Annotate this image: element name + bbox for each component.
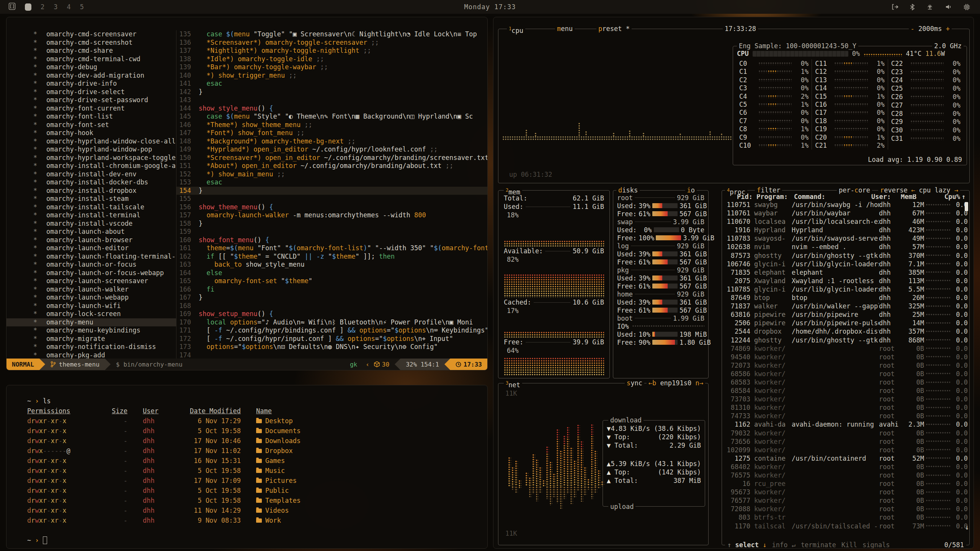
file-item[interactable]: *omarchy-launch-walker xyxy=(7,285,176,294)
process-row[interactable]: 76575kworker/root0B0.0 xyxy=(722,471,969,479)
per-core-button[interactable]: per-core xyxy=(837,186,872,194)
file-item[interactable]: *omarchy-font-list xyxy=(7,112,176,121)
update-interval[interactable]: - 2000ms + xyxy=(909,24,952,33)
process-row[interactable]: 68586kworker/root0B0.0 xyxy=(722,370,969,378)
code-line[interactable]: 158} xyxy=(176,220,487,228)
process-row[interactable]: 102099kworker/root0B0.0 xyxy=(722,446,969,454)
disks-panel-title[interactable]: disks xyxy=(616,186,640,194)
code-line[interactable]: 149 *Hyprland*) open_in_editor ~/.config… xyxy=(176,145,487,154)
file-item[interactable]: *omarchy-launch-or-focus-webapp xyxy=(7,269,176,277)
process-row[interactable]: 87573ghostty/usr/bin/ghostty --gtk-dhh37… xyxy=(722,251,969,260)
process-row[interactable]: 2506pipewire/usr/bin/pipewire-pulsedhh14… xyxy=(722,319,969,327)
process-row[interactable]: 68402kworker/root0B0.0 xyxy=(722,463,969,471)
file-item[interactable]: *omarchy-launch-about xyxy=(7,228,176,236)
process-row[interactable]: 110670localsea/usr/lib/localsearch-exdhh… xyxy=(722,217,969,226)
network-panel-title[interactable]: 3net xyxy=(504,379,522,387)
code-line[interactable]: 174 xyxy=(176,351,487,360)
code-line[interactable]: 148 *Background*) omarchy-theme-bg-next … xyxy=(176,137,487,146)
file-item[interactable]: *omarchy-launch-or-focus xyxy=(7,261,176,269)
process-row[interactable]: 95673kworker/root0B0.0 xyxy=(722,488,969,496)
cpu-icon[interactable] xyxy=(964,4,970,10)
process-row[interactable]: 110751swaybg/usr/bin/swaybg -i /homdhh12… xyxy=(722,201,969,209)
code-line[interactable]: 169show_setup_menu() { xyxy=(176,310,487,318)
code-line[interactable]: 137 *Nightlight*) omarchy-toggle-nightli… xyxy=(176,47,487,55)
io-mode-button[interactable]: io xyxy=(685,186,697,194)
process-row[interactable]: 74733kworker/root0B0.0 xyxy=(722,412,969,420)
terminate-button[interactable]: terminate xyxy=(801,541,836,549)
file-item[interactable]: *omarchy-launch-browser xyxy=(7,236,176,245)
code-line[interactable]: 140 *) show_trigger_menu ;; xyxy=(176,72,487,80)
code-line[interactable]: 157 omarchy-launch-walker -m menus:omarc… xyxy=(176,211,487,220)
preset-button[interactable]: preset * xyxy=(596,24,632,33)
code-line[interactable]: 144show_style_menu() { xyxy=(176,104,487,113)
file-item[interactable]: *omarchy-install-dropbox xyxy=(7,187,176,195)
file-item[interactable]: *omarchy-launch-screensaver xyxy=(7,277,176,285)
file-item[interactable]: *omarchy-drive-set-password xyxy=(7,96,176,104)
code-line[interactable]: 159 xyxy=(176,228,487,236)
signals-button[interactable]: signals xyxy=(862,541,890,549)
process-row[interactable]: 72073kworker/root0B0.0 xyxy=(722,361,969,370)
code-line[interactable]: 152 *) show_main_menu ;; xyxy=(176,170,487,179)
scroll-down-icon[interactable]: ↓ xyxy=(965,523,969,531)
dir-name[interactable]: Music xyxy=(241,466,285,476)
file-item[interactable]: *omarchy-cmd-screensaver xyxy=(7,30,176,39)
code-line[interactable]: 154} xyxy=(176,187,487,195)
code-line[interactable]: 165 omarchy-font-set "$theme" xyxy=(176,277,487,285)
process-row[interactable]: 71837walker/usr/bin/walker --gappldhh325… xyxy=(722,302,969,310)
process-panel-title[interactable]: 4proc xyxy=(725,186,747,194)
file-item[interactable]: *omarchy-cmd-screenshot xyxy=(7,39,176,47)
file-item[interactable]: *omarchy-dev-add-migration xyxy=(7,72,176,80)
kill-button[interactable]: Kill xyxy=(841,541,857,549)
code-line[interactable]: 163 back_to show_style_menu xyxy=(176,261,487,269)
dir-name[interactable]: Templates xyxy=(241,496,301,505)
code-line[interactable]: 161 theme=$(menu "Font" "$(omarchy-font-… xyxy=(176,244,487,253)
dir-name[interactable]: Games xyxy=(241,456,285,466)
process-row[interactable]: 73703kworker/root0B0.0 xyxy=(722,395,969,403)
code-line[interactable]: 143 xyxy=(176,96,487,104)
bluetooth-icon[interactable] xyxy=(910,4,915,10)
process-row[interactable]: 71835elephantelephantdhh385M0.0 xyxy=(722,268,969,277)
logout-icon[interactable] xyxy=(892,4,898,10)
code-line[interactable]: 162 if [[ "$theme" = "CNCLD" || -z "$the… xyxy=(176,253,487,261)
dir-name[interactable]: Documents xyxy=(241,426,301,436)
file-item[interactable]: *omarchy-cmd-terminal-cwd xyxy=(7,55,176,64)
file-item[interactable]: *omarchy-debug xyxy=(7,63,176,72)
file-item[interactable]: *omarchy-lock-screen xyxy=(7,310,176,318)
terminal-output[interactable]: ~ › lsPermissionsSizeUserDate ModifiedNa… xyxy=(7,385,487,545)
dir-name[interactable]: Downloads xyxy=(241,436,301,446)
process-row[interactable]: 1916HyprlandHyprlanddhh423M0.0 xyxy=(722,226,969,234)
code-line[interactable]: 138 *Idle*) omarchy-toggle-idle ;; xyxy=(176,55,487,64)
code-line[interactable]: 156show_theme_menu() { xyxy=(176,203,487,212)
file-item[interactable]: *omarchy-pkg-add xyxy=(7,351,176,360)
file-item[interactable]: *omarchy-launch-webapp xyxy=(7,293,176,302)
file-item[interactable]: *omarchy-font-set xyxy=(7,121,176,129)
code-line[interactable]: 173 options="$options\n⊡ Defaults\n◍ DNS… xyxy=(176,343,487,351)
volume-icon[interactable] xyxy=(945,4,952,10)
file-item[interactable]: *omarchy-notification-dismiss xyxy=(7,343,176,351)
memory-panel-title[interactable]: 2mem xyxy=(504,186,522,194)
network-icon[interactable] xyxy=(926,4,934,10)
file-item[interactable]: *omarchy-hyprland-workspace-toggle xyxy=(7,154,176,162)
code-line[interactable]: 141 esac xyxy=(176,80,487,88)
file-item[interactable]: *omarchy-launch-editor xyxy=(7,244,176,253)
file-item[interactable]: *omarchy-install-docker-dbs xyxy=(7,178,176,187)
process-row[interactable]: 106746glycin-i/usr/lib/glycin-loadersdhh… xyxy=(722,260,969,268)
filter-button[interactable]: filter xyxy=(755,186,782,194)
file-item[interactable]: *omarchy-migrate xyxy=(7,335,176,343)
process-row[interactable]: 63816pipewire/usr/bin/pipewiredhh25M0.0 xyxy=(722,310,969,319)
process-row[interactable]: 94540kworker/root0B0.0 xyxy=(722,353,969,361)
file-item[interactable]: *omarchy-menu-keybindings xyxy=(7,326,176,335)
file-item[interactable]: *omarchy-drive-select xyxy=(7,88,176,96)
process-row[interactable]: 12244ghostty/usr/bin/ghostty --gtk-dhh86… xyxy=(722,336,969,344)
cpu-panel-title[interactable]: 1cpu xyxy=(507,24,525,33)
process-row[interactable]: 76577kworker/root0B0.0 xyxy=(722,496,969,505)
file-item[interactable]: *omarchy-hook xyxy=(7,129,176,137)
file-item[interactable]: *omarchy-install-tailscale xyxy=(7,203,176,212)
process-row[interactable]: 110785glycin-i/usr/lib/glycin-loadersdhh… xyxy=(722,285,969,293)
code-line[interactable]: 164 else xyxy=(176,269,487,277)
file-item[interactable]: *omarchy-cmd-share xyxy=(7,47,176,55)
code-line[interactable]: 150 *Screensaver*) open_in_editor ~/.con… xyxy=(176,154,487,162)
process-row[interactable]: 1275containe/usr/bin/containerdroot52M0.… xyxy=(722,454,969,463)
process-row[interactable]: 110761waybar/usr/bin/waybardhh67M0.0 xyxy=(722,209,969,217)
menu-button[interactable]: menu xyxy=(555,24,575,33)
